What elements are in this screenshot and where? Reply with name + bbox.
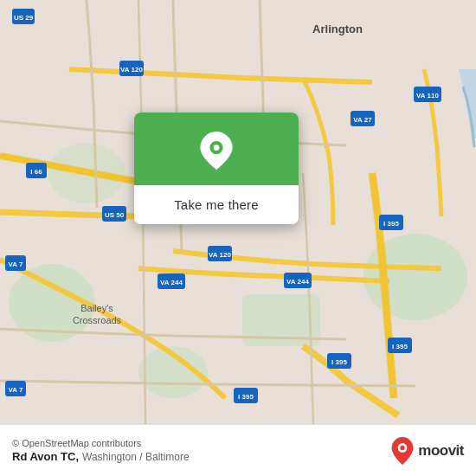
svg-point-42 (401, 445, 405, 449)
svg-text:Arlington: Arlington (312, 23, 363, 35)
svg-text:VA 244: VA 244 (160, 279, 183, 286)
svg-text:I 395: I 395 (392, 343, 408, 351)
svg-point-40 (214, 145, 220, 151)
place-name: Rd Avon TC, (12, 450, 79, 463)
svg-text:Crossroads: Crossroads (73, 315, 122, 325)
svg-text:I 395: I 395 (331, 358, 347, 366)
attribution-text: © OpenStreetMap contributors (12, 438, 190, 448)
moovit-pin-icon (390, 437, 415, 465)
place-region: Washington / Baltimore (82, 451, 190, 463)
svg-text:US 29: US 29 (14, 14, 34, 22)
popup-icon-area (134, 113, 299, 185)
svg-text:VA 120: VA 120 (209, 251, 231, 259)
take-me-there-button[interactable]: Take me there (134, 185, 299, 224)
place-info: Rd Avon TC, Washington / Baltimore (12, 450, 190, 463)
svg-text:I 395: I 395 (383, 220, 399, 228)
svg-text:VA 7: VA 7 (9, 261, 23, 268)
svg-text:I 66: I 66 (30, 168, 42, 176)
svg-text:VA 120: VA 120 (120, 66, 143, 74)
svg-text:I 395: I 395 (238, 393, 254, 401)
popup-card: Take me there (134, 113, 299, 224)
map-container: US 29 VA 120 VA 120 I 66 US 50 VA 7 VA 7… (0, 0, 476, 424)
bottom-left-info: © OpenStreetMap contributors Rd Avon TC,… (12, 438, 190, 463)
svg-text:VA 244: VA 244 (286, 278, 309, 286)
svg-text:VA 110: VA 110 (416, 92, 439, 100)
svg-text:Bailey's: Bailey's (80, 303, 113, 313)
svg-text:VA 7: VA 7 (9, 386, 23, 394)
svg-text:US 50: US 50 (105, 211, 125, 219)
location-pin-icon (197, 132, 235, 170)
bottom-bar: © OpenStreetMap contributors Rd Avon TC,… (0, 424, 476, 476)
svg-text:VA 27: VA 27 (353, 116, 372, 124)
moovit-logo: moovit (390, 437, 464, 465)
moovit-text: moovit (418, 442, 464, 460)
